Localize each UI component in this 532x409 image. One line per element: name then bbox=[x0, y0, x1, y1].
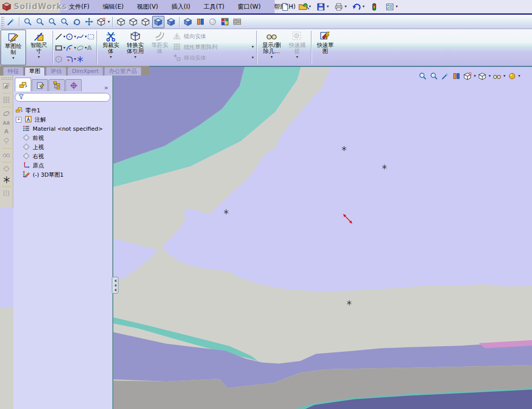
display-relations-dropdown-caret[interactable] bbox=[271, 55, 273, 59]
panel-splitter-handle[interactable] bbox=[112, 277, 118, 294]
convert-dropdown-caret[interactable] bbox=[134, 55, 136, 59]
shaded-with-edges-button[interactable] bbox=[152, 16, 164, 28]
sketch-button[interactable]: 草图绘 制 bbox=[1, 30, 26, 65]
menu-view[interactable]: 视图(V) bbox=[130, 2, 165, 12]
tab-configurationmanager[interactable] bbox=[49, 79, 65, 91]
expand-icon[interactable] bbox=[16, 117, 21, 123]
tree-item-front-plane[interactable]: 前视 bbox=[15, 133, 112, 142]
print-button[interactable] bbox=[333, 1, 344, 12]
smart-dimension-button[interactable]: 智能尺 寸 bbox=[27, 29, 51, 66]
tab-sketch[interactable]: 草图 bbox=[25, 67, 45, 76]
feature-tree: 零件1 注解 Material <not specified> 前视 上视 bbox=[13, 102, 112, 179]
hud-view-orientation-button[interactable] bbox=[463, 70, 472, 82]
hud-view-wand-button[interactable] bbox=[440, 70, 450, 82]
menu-edit[interactable]: 编辑(E) bbox=[96, 2, 130, 12]
ellipse-tool-icon bbox=[76, 44, 84, 52]
save-dropdown-caret[interactable] bbox=[327, 5, 329, 9]
panel-expand-chevron-icon[interactable] bbox=[104, 84, 110, 91]
smart-dimension-dropdown-caret[interactable] bbox=[38, 55, 40, 59]
shaded-button[interactable] bbox=[165, 16, 177, 28]
hud-section-view-button[interactable] bbox=[451, 70, 461, 82]
left-toolbar-grip[interactable] bbox=[1, 77, 12, 80]
heads-up-view-toolbar bbox=[418, 70, 520, 82]
tree-item-annotations[interactable]: 注解 bbox=[15, 115, 112, 124]
shadows-button[interactable] bbox=[182, 16, 194, 28]
tree-root-part[interactable]: 零件1 bbox=[15, 106, 112, 115]
hud-hide-show-button[interactable] bbox=[492, 70, 502, 82]
spline-tool-icon[interactable] bbox=[76, 33, 84, 41]
fillet-tool-icon[interactable] bbox=[65, 55, 74, 63]
trim-dropdown-caret[interactable] bbox=[110, 55, 112, 59]
convert-entities-button[interactable]: 转换实 体引用 bbox=[123, 29, 148, 66]
realview-button[interactable] bbox=[207, 16, 218, 28]
view-orientation-wand-icon[interactable] bbox=[5, 16, 16, 28]
tab-propertymanager[interactable] bbox=[32, 79, 48, 91]
sketch-tool-icon bbox=[3, 82, 11, 90]
hud-appearance-button[interactable] bbox=[507, 70, 517, 82]
new-dropdown-caret[interactable] bbox=[291, 5, 293, 9]
options-dropdown-caret[interactable] bbox=[396, 5, 398, 9]
filter-funnel-icon bbox=[18, 93, 26, 102]
filter-input[interactable] bbox=[28, 94, 107, 101]
tab-evaluate[interactable]: 评估 bbox=[46, 67, 66, 76]
new-document-button[interactable] bbox=[279, 1, 291, 12]
menu-window[interactable]: 窗口(W) bbox=[231, 2, 267, 12]
tree-item-top-plane[interactable]: 上视 bbox=[15, 142, 112, 152]
rotate-view-button[interactable] bbox=[71, 16, 82, 28]
solidworks-cube-icon bbox=[2, 2, 12, 12]
undo-button[interactable] bbox=[351, 1, 362, 12]
open-button[interactable] bbox=[297, 1, 308, 12]
menu-insert[interactable]: 插入(I) bbox=[165, 2, 197, 12]
menu-file[interactable]: 文件(F) bbox=[62, 2, 96, 12]
edit-appearance-button[interactable] bbox=[219, 16, 230, 28]
toolbar-grip[interactable] bbox=[1, 16, 4, 28]
apply-scene-button[interactable] bbox=[231, 16, 243, 28]
open-dropdown-caret[interactable] bbox=[309, 5, 311, 9]
display-delete-relations-button[interactable]: 显示/删 除几... bbox=[258, 29, 285, 66]
rapid-sketch-button[interactable]: 快速草 图 bbox=[313, 29, 337, 66]
tree-item-right-plane[interactable]: 右视 bbox=[15, 152, 112, 161]
hidden-lines-removed-button[interactable] bbox=[140, 16, 151, 28]
hidden-lines-visible-button[interactable] bbox=[128, 16, 139, 28]
title-bar: SolidWorks 文件(F) 编辑(E) 视图(V) 插入(I) 工具(T)… bbox=[0, 0, 532, 15]
sketch-dropdown-caret[interactable] bbox=[12, 56, 14, 60]
point-tool-icon[interactable] bbox=[76, 55, 84, 63]
undo-dropdown-caret[interactable] bbox=[362, 5, 365, 9]
tree-item-origin[interactable]: 原点 bbox=[15, 161, 112, 170]
zoom-to-selection-button[interactable] bbox=[59, 16, 70, 28]
print-dropdown-caret[interactable] bbox=[345, 5, 347, 9]
section-view-button[interactable] bbox=[195, 16, 206, 28]
menu-tools[interactable]: 工具(T) bbox=[197, 2, 231, 12]
tree-item-material[interactable]: Material <not specified> bbox=[15, 124, 112, 133]
hud-zoom-to-area-button[interactable] bbox=[429, 70, 439, 82]
line-tool-icon[interactable] bbox=[55, 33, 63, 41]
tab-dimxpertmanager[interactable] bbox=[65, 79, 82, 91]
hud-hide-show-caret[interactable] bbox=[503, 74, 505, 78]
hud-display-style-caret[interactable] bbox=[489, 74, 491, 78]
wireframe-button[interactable] bbox=[115, 16, 127, 28]
rebuild-button[interactable] bbox=[369, 1, 380, 12]
tab-office-products[interactable]: 办公室产品 bbox=[104, 67, 141, 76]
hud-zoom-to-fit-button[interactable] bbox=[418, 70, 427, 82]
hud-display-style-button[interactable] bbox=[477, 70, 487, 82]
hud-appearance-caret[interactable] bbox=[518, 74, 520, 78]
zoom-to-area-button[interactable] bbox=[34, 16, 45, 28]
options-button[interactable] bbox=[384, 1, 395, 12]
rectangle-tool-icon[interactable] bbox=[55, 44, 63, 52]
3d-drawing-view-button[interactable] bbox=[95, 16, 107, 28]
tab-features[interactable]: 特征 bbox=[3, 67, 23, 76]
pan-button[interactable] bbox=[83, 16, 94, 28]
zoom-in-out-button[interactable] bbox=[46, 16, 58, 28]
circle-tool-icon[interactable] bbox=[65, 33, 74, 41]
point-star-icon bbox=[3, 176, 11, 184]
trim-entities-button[interactable]: 剪裁实 体 bbox=[99, 29, 123, 66]
selection-rectangle-icon[interactable] bbox=[87, 33, 95, 41]
tree-item-3d-sketch[interactable]: (-) 3D草图1 bbox=[15, 170, 112, 179]
tab-dimxpert[interactable]: DimXpert bbox=[67, 67, 103, 76]
zoom-to-fit-button[interactable] bbox=[22, 16, 33, 28]
arc-tool-icon[interactable] bbox=[65, 44, 74, 52]
hud-view-orientation-caret[interactable] bbox=[474, 74, 476, 78]
save-button[interactable] bbox=[315, 1, 326, 12]
tab-featuremanager-tree[interactable] bbox=[15, 78, 31, 91]
view-dropdown-caret[interactable] bbox=[108, 20, 110, 24]
